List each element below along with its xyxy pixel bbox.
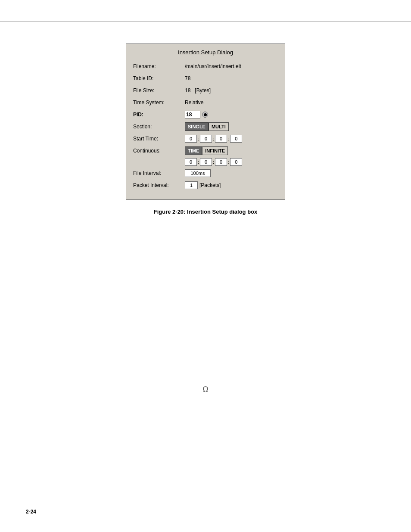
continuous-buttons: TIME INFINITE — [185, 146, 228, 155]
start-time-sep1: : — [198, 136, 199, 141]
section-label: Section: — [133, 124, 185, 130]
start-time-ms[interactable] — [230, 135, 242, 143]
packet-interval-unit: [Packets] — [199, 182, 221, 188]
start-time-row: Start Time: : : : — [133, 134, 278, 143]
packet-interval-label: Packet Interval: — [133, 182, 185, 188]
cont-time-sep1: : — [198, 159, 199, 165]
start-time-label: Start Time: — [133, 136, 185, 142]
radio-dot-inner — [204, 113, 207, 116]
file-size-row: File Size: 18 [Bytes] — [133, 86, 278, 95]
start-time-sep3: : — [228, 136, 229, 141]
cont-time-m[interactable] — [200, 158, 212, 166]
cont-time-s[interactable] — [215, 158, 227, 166]
file-size-value: 18 — [185, 87, 190, 93]
pid-radio[interactable] — [202, 112, 208, 118]
main-content: Insertion Setup Dialog Filename: /main/u… — [0, 22, 411, 245]
insertion-setup-dialog: Insertion Setup Dialog Filename: /main/u… — [126, 44, 285, 200]
continuous-row: Continuous: TIME INFINITE — [133, 146, 278, 156]
continuous-sub-row: : : : — [133, 158, 278, 166]
dialog-title: Insertion Setup Dialog — [133, 49, 278, 56]
start-time-m[interactable] — [200, 135, 212, 143]
pid-container — [185, 111, 208, 118]
continuous-label: Continuous: — [133, 148, 185, 154]
continuous-infinite-button[interactable]: INFINITE — [202, 146, 228, 155]
filename-value: /main/usr/insert/insert.eit — [185, 63, 241, 69]
file-size-label: File Size: — [133, 87, 185, 93]
table-id-label: Table ID: — [133, 75, 185, 81]
cont-time-sep2: : — [213, 159, 214, 165]
cont-time-sep3: : — [228, 159, 229, 165]
figure-caption: Figure 2-20: Insertion Setup dialog box — [26, 208, 385, 215]
start-time-fields: : : : — [185, 135, 242, 143]
filename-row: Filename: /main/usr/insert/insert.eit — [133, 62, 278, 71]
file-interval-row: File Interval: — [133, 168, 278, 178]
file-interval-input[interactable] — [185, 169, 211, 177]
table-id-row: Table ID: 78 — [133, 74, 278, 83]
cont-time-ms[interactable] — [230, 158, 242, 166]
section-row: Section: SINGLE MULTI — [133, 122, 278, 131]
omega-symbol: Ω — [202, 385, 208, 394]
start-time-h[interactable] — [185, 135, 197, 143]
section-single-button[interactable]: SINGLE — [185, 122, 209, 131]
pid-input[interactable] — [185, 111, 200, 118]
continuous-time-button[interactable]: TIME — [185, 146, 202, 155]
continuous-time-fields: : : : — [185, 158, 242, 166]
pid-row: PID: — [133, 110, 278, 119]
start-time-sep2: : — [213, 136, 214, 141]
file-interval-label: File Interval: — [133, 170, 185, 176]
cont-time-h[interactable] — [185, 158, 197, 166]
time-system-value: Relative — [185, 100, 203, 106]
time-system-row: Time System: Relative — [133, 98, 278, 107]
pid-label: PID: — [133, 112, 185, 118]
section-multi-button[interactable]: MULTI — [209, 122, 229, 131]
page-number: 2-24 — [26, 509, 36, 515]
packet-interval-row: Packet Interval: [Packets] — [133, 180, 278, 190]
filename-label: Filename: — [133, 63, 185, 69]
time-system-label: Time System: — [133, 100, 185, 106]
section-buttons: SINGLE MULTI — [185, 122, 229, 131]
start-time-s[interactable] — [215, 135, 227, 143]
file-size-unit: [Bytes] — [195, 87, 211, 93]
packet-interval-input[interactable] — [185, 181, 198, 189]
table-id-value: 78 — [185, 75, 190, 81]
